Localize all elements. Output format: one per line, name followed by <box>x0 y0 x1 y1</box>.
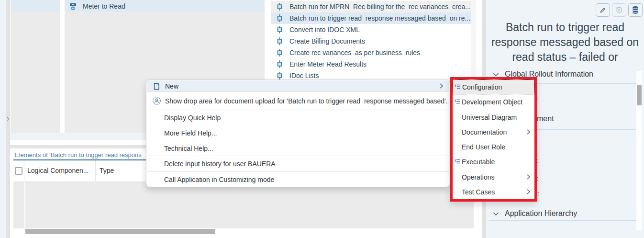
hierarchy-list-icon <box>454 99 460 105</box>
field-label-fragment: : <box>537 175 539 182</box>
elements-hscrollbar-thumb[interactable] <box>25 229 215 234</box>
undo-x-icon <box>615 6 623 14</box>
executable-step-icon <box>277 37 283 45</box>
submenu-item-development-object[interactable]: Development Object <box>453 94 534 109</box>
elements-table-body-empty <box>13 182 474 228</box>
list-item-label: Batch run to trigger read response messa… <box>289 14 470 22</box>
menu-item-label: Delete input history for user BAUERA <box>164 160 276 168</box>
list-item-label: Convert into IDOC XML <box>289 26 360 34</box>
list-item[interactable]: Enter Meter Read Results <box>271 58 471 70</box>
select-all-checkbox[interactable] <box>15 167 22 175</box>
menu-item-technical-help[interactable]: Technical Help... <box>147 141 449 156</box>
list-item[interactable]: Batch run for MPRN Rec billing for the r… <box>271 1 471 12</box>
executable-step-icon <box>277 60 283 68</box>
submenu-item-label: Development Object <box>462 98 522 106</box>
tree-frozen-column <box>11 0 60 133</box>
executable-step-icon <box>277 2 283 11</box>
tree-node-label: Meter to Read <box>83 2 125 10</box>
submenu-item-executable[interactable]: Executable <box>453 154 534 169</box>
field-label-fragment: : <box>537 94 539 102</box>
submenu-item-label: Operations <box>462 173 494 181</box>
field-label-fragment: : <box>537 157 539 164</box>
list-item[interactable]: Create Billing Documents <box>271 35 471 47</box>
list-item-label: Create Billing Documents <box>289 37 365 45</box>
app-window: Meter to Read Batch run for MPRN Rec bil… <box>0 0 644 238</box>
chevron-right-icon <box>526 129 531 135</box>
chevron-down-icon <box>493 72 499 77</box>
section-truncated: ment <box>537 114 554 123</box>
chevron-right-icon <box>439 83 444 89</box>
drop-area-person-icon <box>152 96 161 105</box>
submenu-item-label: Test Cases <box>462 188 495 196</box>
list-item-label: Create rec variances as per business rul… <box>289 49 420 57</box>
submenu-item-configuration[interactable]: Configuration <box>453 79 534 94</box>
tree-frozen-selected-row[interactable] <box>11 0 60 12</box>
menu-item-label: New <box>165 82 178 90</box>
list-item-label: IDoc Lists <box>289 72 319 79</box>
process-step-icon <box>69 2 77 10</box>
menu-item-label: Show drop area for document upload for '… <box>165 97 448 105</box>
section-label: ment <box>537 114 554 123</box>
menu-item-new[interactable]: New <box>147 80 449 91</box>
pencil-icon <box>599 6 607 14</box>
list-item[interactable]: Convert into IDOC XML <box>271 24 471 35</box>
new-submenu-red-annotation: Configuration Development Object Univers… <box>450 77 537 202</box>
chevron-right-icon <box>526 189 531 195</box>
submenu-item-end-user-role[interactable]: End User Role <box>453 139 534 154</box>
elements-panel-title: Elements of 'Batch run to trigger read r… <box>15 151 142 159</box>
menu-item-display-quick-help[interactable]: Display Quick Help <box>147 110 449 125</box>
executable-step-icon <box>277 71 283 80</box>
details-scrollbar-thumb[interactable] <box>637 85 642 105</box>
submenu-item-label: Documentation <box>462 128 507 136</box>
menu-item-label: More Field Help... <box>164 129 217 137</box>
panel-expand-handle[interactable] <box>6 115 11 123</box>
menu-item-delete-input-history[interactable]: Delete input history for user BAUERA <box>147 156 449 171</box>
edit-button[interactable] <box>596 3 610 17</box>
submenu-item-operations[interactable]: Operations <box>453 170 534 184</box>
elements-hscrollbar-track[interactable] <box>13 228 474 235</box>
chevron-right-icon <box>6 115 11 123</box>
menu-item-call-application-customizing[interactable]: Call Application in Customizing mode <box>147 172 449 187</box>
submenu-item-label: Configuration <box>462 83 502 91</box>
list-item[interactable]: Create rec variances as per business rul… <box>271 47 471 58</box>
data-source-button[interactable] <box>628 3 643 17</box>
menu-item-label: Technical Help... <box>164 145 213 152</box>
executable-step-icon <box>277 14 283 23</box>
context-menu: New Show drop area for document upload f… <box>146 79 450 187</box>
section-label: Application Hierarchy <box>505 209 577 218</box>
chevron-down-icon <box>493 212 499 216</box>
chevron-right-icon <box>526 174 531 180</box>
section-application-hierarchy[interactable]: Application Hierarchy <box>493 209 577 218</box>
submenu-item-documentation[interactable]: Documentation <box>453 125 534 139</box>
menu-item-more-field-help[interactable]: More Field Help... <box>147 125 449 141</box>
list-item-selected[interactable]: Batch run to trigger read response messa… <box>271 12 471 24</box>
list-item-label: Batch run for MPRN Rec billing for the r… <box>289 3 471 11</box>
submenu-item-universal-diagram[interactable]: Universal Diagram <box>453 110 534 125</box>
executable-step-icon <box>277 48 283 57</box>
column-header-logical-component[interactable]: Logical Componen... <box>27 167 89 174</box>
submenu-item-test-cases[interactable]: Test Cases <box>453 184 534 199</box>
list-item-label: Enter Meter Read Results <box>289 60 366 68</box>
submenu-item-label: Executable <box>462 158 495 166</box>
executable-step-icon <box>277 25 283 34</box>
details-title: Batch run to trigger read response messa… <box>490 20 640 65</box>
hierarchy-list-icon <box>455 84 461 90</box>
submenu-item-label: Universal Diagram <box>462 113 517 121</box>
revert-button[interactable] <box>612 3 626 17</box>
details-scrollbar-track[interactable] <box>636 71 642 230</box>
menu-item-show-drop-area[interactable]: Show drop area for document upload for '… <box>147 92 449 110</box>
hierarchy-list-icon <box>454 159 460 165</box>
column-header-type[interactable]: Type <box>100 167 114 174</box>
database-icon <box>632 6 639 14</box>
tree-node-meter-to-read[interactable]: Meter to Read <box>65 0 265 12</box>
new-document-icon <box>153 82 160 90</box>
submenu-item-label: End User Role <box>462 143 505 151</box>
menu-item-label: Call Application in Customizing mode <box>164 176 274 183</box>
menu-item-label: Display Quick Help <box>164 114 221 122</box>
